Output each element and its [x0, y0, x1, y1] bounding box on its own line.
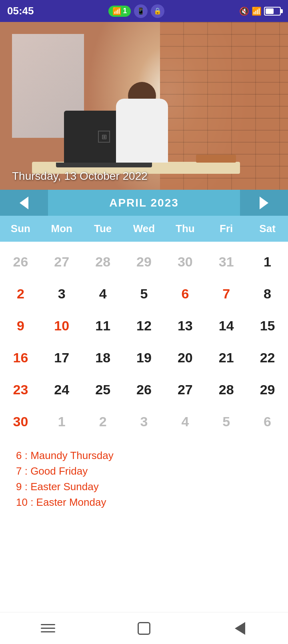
- holiday-note: 9 : Easter Sunday: [16, 481, 272, 493]
- calendar-cell[interactable]: 8: [247, 278, 288, 310]
- calendar-cell[interactable]: 28: [206, 374, 247, 405]
- next-arrow-icon: [260, 197, 268, 209]
- calendar: APRIL 2023 Sun Mon Tue Wed Thu Fri Sat 2…: [0, 190, 288, 520]
- calendar-cell[interactable]: 26: [0, 246, 41, 278]
- calendar-cell[interactable]: 11: [82, 310, 124, 342]
- battery-fill: [266, 8, 274, 14]
- hamburger-icon: [41, 624, 55, 632]
- calendar-cell[interactable]: 12: [124, 310, 165, 342]
- calendar-cell[interactable]: 21: [206, 342, 247, 374]
- holiday-note: 7 : Good Friday: [16, 465, 272, 477]
- calendar-cell[interactable]: 1: [247, 246, 288, 278]
- calendar-cell[interactable]: 7: [206, 278, 247, 310]
- calendar-cell[interactable]: 18: [82, 342, 124, 374]
- prev-month-button[interactable]: [0, 190, 48, 216]
- calendar-cell[interactable]: 4: [82, 278, 124, 310]
- calendar-cell[interactable]: 30: [0, 405, 41, 437]
- calendar-cell[interactable]: 29: [247, 374, 288, 405]
- calendar-cell[interactable]: 10: [41, 310, 82, 342]
- holiday-notes: 6 : Maundy Thursday7 : Good Friday9 : Ea…: [0, 441, 288, 520]
- holiday-note: 10 : Easter Monday: [16, 496, 272, 509]
- calendar-cell[interactable]: 9: [0, 310, 41, 342]
- calendar-cell[interactable]: 3: [124, 405, 165, 437]
- calendar-cell[interactable]: 5: [124, 278, 165, 310]
- calendar-cell[interactable]: 16: [0, 342, 41, 374]
- calendar-cell[interactable]: 4: [164, 405, 206, 437]
- prev-arrow-icon: [20, 197, 28, 209]
- holiday-note: 6 : Maundy Thursday: [16, 449, 272, 462]
- laptop-logo: ⊞: [98, 131, 110, 143]
- calendar-cell[interactable]: 27: [41, 246, 82, 278]
- month-title: APRIL 2023: [48, 197, 240, 209]
- calendar-cell[interactable]: 29: [124, 246, 165, 278]
- sim-icon: 📱: [134, 4, 148, 18]
- day-headers: Sun Mon Tue Wed Thu Fri Sat: [0, 216, 288, 242]
- day-header-sat: Sat: [247, 216, 288, 242]
- calendar-cell[interactable]: 17: [41, 342, 82, 374]
- calendar-cell[interactable]: 2: [0, 278, 41, 310]
- home-icon: [138, 622, 150, 635]
- day-header-fri: Fri: [206, 216, 247, 242]
- calendar-cell[interactable]: 24: [41, 374, 82, 405]
- calendar-cell[interactable]: 15: [247, 310, 288, 342]
- badge-count: 1: [123, 7, 127, 15]
- calendar-cell[interactable]: 26: [124, 374, 165, 405]
- hero-date: Thursday, 13 October 2022: [12, 170, 148, 183]
- status-icons: 📶 1 📱 🔒: [108, 4, 164, 18]
- calendar-cell[interactable]: 2: [82, 405, 124, 437]
- hero-image: ⊞ Thursday, 13 October 2022: [0, 22, 288, 190]
- calendar-cell[interactable]: 6: [164, 278, 206, 310]
- mute-icon: 🔇: [239, 6, 249, 16]
- lock-icon: 🔒: [151, 4, 164, 18]
- status-right: 🔇 📶: [239, 6, 281, 16]
- next-month-button[interactable]: [240, 190, 288, 216]
- hero-person-body: [116, 99, 168, 163]
- hero-book: [196, 155, 236, 163]
- battery-icon: [264, 7, 281, 16]
- status-bar: 05:45 📶 1 📱 🔒 🔇 📶: [0, 0, 288, 22]
- bottom-navigation: [0, 612, 288, 644]
- calendar-grid: 2627282930311234567891011121314151617181…: [0, 242, 288, 441]
- calendar-cell[interactable]: 14: [206, 310, 247, 342]
- day-header-mon: Mon: [41, 216, 82, 242]
- calendar-cell[interactable]: 6: [247, 405, 288, 437]
- home-button[interactable]: [128, 616, 160, 640]
- day-header-tue: Tue: [82, 216, 124, 242]
- calendar-cell[interactable]: 30: [164, 246, 206, 278]
- calendar-cell[interactable]: 5: [206, 405, 247, 437]
- back-arrow-icon: [235, 622, 245, 635]
- status-time: 05:45: [7, 5, 34, 17]
- back-button[interactable]: [224, 616, 256, 640]
- calendar-cell[interactable]: 23: [0, 374, 41, 405]
- calendar-cell[interactable]: 13: [164, 310, 206, 342]
- signal-icon: 📶: [112, 7, 121, 16]
- calendar-cell[interactable]: 1: [41, 405, 82, 437]
- calendar-cell[interactable]: 25: [82, 374, 124, 405]
- calendar-cell[interactable]: 20: [164, 342, 206, 374]
- month-navigation: APRIL 2023: [0, 190, 288, 216]
- calendar-cell[interactable]: 19: [124, 342, 165, 374]
- calendar-cell[interactable]: 27: [164, 374, 206, 405]
- calendar-cell[interactable]: 3: [41, 278, 82, 310]
- calendar-cell[interactable]: 28: [82, 246, 124, 278]
- calendar-cell[interactable]: 22: [247, 342, 288, 374]
- network-badge: 📶 1: [108, 6, 131, 17]
- day-header-wed: Wed: [124, 216, 165, 242]
- day-header-sun: Sun: [0, 216, 41, 242]
- signal-bars-icon: 📶: [252, 6, 262, 16]
- day-header-thu: Thu: [164, 216, 206, 242]
- menu-button[interactable]: [32, 616, 64, 640]
- calendar-cell[interactable]: 31: [206, 246, 247, 278]
